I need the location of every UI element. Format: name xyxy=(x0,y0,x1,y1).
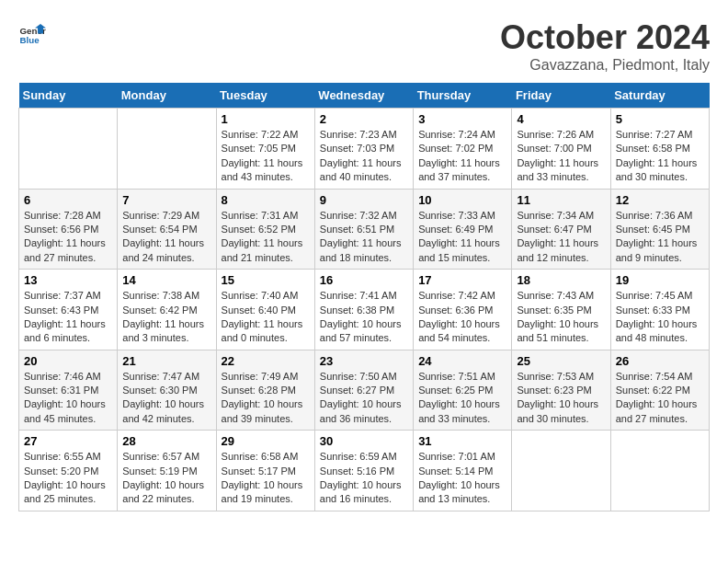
calendar-day-cell xyxy=(610,431,709,511)
calendar-day-cell: 17Sunrise: 7:42 AMSunset: 6:36 PMDayligh… xyxy=(414,270,512,350)
day-number: 12 xyxy=(616,193,704,207)
day-number: 23 xyxy=(320,354,408,368)
day-info: Sunrise: 7:50 AMSunset: 6:27 PMDaylight:… xyxy=(320,370,408,427)
day-info: Sunrise: 7:45 AMSunset: 6:33 PMDaylight:… xyxy=(616,289,704,346)
calendar-week-row: 13Sunrise: 7:37 AMSunset: 6:43 PMDayligh… xyxy=(19,270,710,350)
weekday-header-cell: Wednesday xyxy=(314,83,413,109)
calendar-day-cell: 22Sunrise: 7:49 AMSunset: 6:28 PMDayligh… xyxy=(216,350,314,431)
day-number: 27 xyxy=(24,434,112,448)
day-number: 28 xyxy=(122,434,210,448)
weekday-header-cell: Thursday xyxy=(414,83,512,109)
calendar-day-cell xyxy=(512,431,610,511)
day-info: Sunrise: 7:28 AMSunset: 6:56 PMDaylight:… xyxy=(24,209,112,266)
day-info: Sunrise: 6:55 AMSunset: 5:20 PMDaylight:… xyxy=(24,450,112,507)
day-info: Sunrise: 7:40 AMSunset: 6:40 PMDaylight:… xyxy=(222,289,310,346)
calendar-day-cell: 1Sunrise: 7:22 AMSunset: 7:05 PMDaylight… xyxy=(216,109,314,190)
logo-icon: General Blue xyxy=(18,18,46,46)
day-number: 1 xyxy=(222,112,310,126)
calendar-week-row: 6Sunrise: 7:28 AMSunset: 6:56 PMDaylight… xyxy=(19,189,710,270)
calendar-day-cell: 15Sunrise: 7:40 AMSunset: 6:40 PMDayligh… xyxy=(216,270,314,350)
day-number: 13 xyxy=(24,273,112,287)
weekday-header-cell: Friday xyxy=(512,83,610,109)
day-info: Sunrise: 7:24 AMSunset: 7:02 PMDaylight:… xyxy=(418,128,506,185)
calendar-body: 1Sunrise: 7:22 AMSunset: 7:05 PMDaylight… xyxy=(19,109,710,511)
day-number: 21 xyxy=(122,354,210,368)
calendar-day-cell: 14Sunrise: 7:38 AMSunset: 6:42 PMDayligh… xyxy=(118,270,216,350)
day-number: 7 xyxy=(122,193,210,207)
day-number: 18 xyxy=(517,273,605,287)
calendar-day-cell: 28Sunrise: 6:57 AMSunset: 5:19 PMDayligh… xyxy=(118,431,216,511)
day-number: 31 xyxy=(418,434,506,448)
weekday-header-cell: Saturday xyxy=(610,83,709,109)
calendar-day-cell: 2Sunrise: 7:23 AMSunset: 7:03 PMDaylight… xyxy=(314,109,413,190)
day-info: Sunrise: 7:37 AMSunset: 6:43 PMDaylight:… xyxy=(24,289,112,346)
day-info: Sunrise: 7:41 AMSunset: 6:38 PMDaylight:… xyxy=(320,289,408,346)
day-info: Sunrise: 7:53 AMSunset: 6:23 PMDaylight:… xyxy=(517,370,605,427)
day-number: 17 xyxy=(418,273,506,287)
calendar-day-cell: 23Sunrise: 7:50 AMSunset: 6:27 PMDayligh… xyxy=(314,350,413,431)
day-number: 24 xyxy=(418,354,506,368)
calendar-day-cell: 13Sunrise: 7:37 AMSunset: 6:43 PMDayligh… xyxy=(19,270,118,350)
day-info: Sunrise: 7:47 AMSunset: 6:30 PMDaylight:… xyxy=(122,370,210,427)
logo: General Blue xyxy=(18,18,46,46)
svg-text:Blue: Blue xyxy=(20,35,40,45)
day-number: 20 xyxy=(24,354,112,368)
day-info: Sunrise: 7:54 AMSunset: 6:22 PMDaylight:… xyxy=(616,370,704,427)
day-number: 30 xyxy=(320,434,408,448)
day-number: 5 xyxy=(616,112,704,126)
day-number: 29 xyxy=(222,434,310,448)
day-info: Sunrise: 7:01 AMSunset: 5:14 PMDaylight:… xyxy=(418,450,506,507)
calendar-day-cell xyxy=(19,109,118,190)
day-info: Sunrise: 7:42 AMSunset: 6:36 PMDaylight:… xyxy=(418,289,506,346)
day-info: Sunrise: 7:23 AMSunset: 7:03 PMDaylight:… xyxy=(320,128,408,185)
calendar-day-cell: 18Sunrise: 7:43 AMSunset: 6:35 PMDayligh… xyxy=(512,270,610,350)
day-info: Sunrise: 7:33 AMSunset: 6:49 PMDaylight:… xyxy=(418,209,506,266)
calendar-day-cell: 30Sunrise: 6:59 AMSunset: 5:16 PMDayligh… xyxy=(314,431,413,511)
day-info: Sunrise: 7:38 AMSunset: 6:42 PMDaylight:… xyxy=(122,289,210,346)
calendar-day-cell: 10Sunrise: 7:33 AMSunset: 6:49 PMDayligh… xyxy=(414,189,512,270)
day-number: 9 xyxy=(320,193,408,207)
calendar-day-cell: 12Sunrise: 7:36 AMSunset: 6:45 PMDayligh… xyxy=(610,189,709,270)
day-number: 10 xyxy=(418,193,506,207)
day-number: 25 xyxy=(517,354,605,368)
day-info: Sunrise: 7:51 AMSunset: 6:25 PMDaylight:… xyxy=(418,370,506,427)
page-header: General Blue October 2024 Gavazzana, Pie… xyxy=(18,18,710,74)
day-number: 4 xyxy=(517,112,605,126)
calendar-day-cell: 21Sunrise: 7:47 AMSunset: 6:30 PMDayligh… xyxy=(118,350,216,431)
title-block: October 2024 Gavazzana, Piedmont, Italy xyxy=(500,18,710,74)
calendar-day-cell: 27Sunrise: 6:55 AMSunset: 5:20 PMDayligh… xyxy=(19,431,118,511)
day-info: Sunrise: 6:58 AMSunset: 5:17 PMDaylight:… xyxy=(222,450,310,507)
weekday-header-cell: Sunday xyxy=(19,83,118,109)
calendar-day-cell: 6Sunrise: 7:28 AMSunset: 6:56 PMDaylight… xyxy=(19,189,118,270)
day-info: Sunrise: 7:27 AMSunset: 6:58 PMDaylight:… xyxy=(616,128,704,185)
day-info: Sunrise: 6:57 AMSunset: 5:19 PMDaylight:… xyxy=(122,450,210,507)
day-number: 8 xyxy=(222,193,310,207)
day-info: Sunrise: 7:43 AMSunset: 6:35 PMDaylight:… xyxy=(517,289,605,346)
calendar-day-cell: 9Sunrise: 7:32 AMSunset: 6:51 PMDaylight… xyxy=(314,189,413,270)
day-info: Sunrise: 7:26 AMSunset: 7:00 PMDaylight:… xyxy=(517,128,605,185)
location: Gavazzana, Piedmont, Italy xyxy=(500,57,710,74)
calendar-week-row: 1Sunrise: 7:22 AMSunset: 7:05 PMDaylight… xyxy=(19,109,710,190)
day-info: Sunrise: 7:29 AMSunset: 6:54 PMDaylight:… xyxy=(122,209,210,266)
day-number: 6 xyxy=(24,193,112,207)
calendar-week-row: 27Sunrise: 6:55 AMSunset: 5:20 PMDayligh… xyxy=(19,431,710,511)
calendar-day-cell: 5Sunrise: 7:27 AMSunset: 6:58 PMDaylight… xyxy=(610,109,709,190)
day-number: 26 xyxy=(616,354,704,368)
day-info: Sunrise: 7:49 AMSunset: 6:28 PMDaylight:… xyxy=(222,370,310,427)
weekday-header-row: SundayMondayTuesdayWednesdayThursdayFrid… xyxy=(19,83,710,109)
day-number: 3 xyxy=(418,112,506,126)
day-info: Sunrise: 7:34 AMSunset: 6:47 PMDaylight:… xyxy=(517,209,605,266)
calendar-day-cell: 25Sunrise: 7:53 AMSunset: 6:23 PMDayligh… xyxy=(512,350,610,431)
day-info: Sunrise: 7:36 AMSunset: 6:45 PMDaylight:… xyxy=(616,209,704,266)
day-number: 15 xyxy=(222,273,310,287)
day-info: Sunrise: 7:22 AMSunset: 7:05 PMDaylight:… xyxy=(222,128,310,185)
calendar-day-cell: 29Sunrise: 6:58 AMSunset: 5:17 PMDayligh… xyxy=(216,431,314,511)
day-info: Sunrise: 7:46 AMSunset: 6:31 PMDaylight:… xyxy=(24,370,112,427)
calendar-day-cell: 20Sunrise: 7:46 AMSunset: 6:31 PMDayligh… xyxy=(19,350,118,431)
calendar-day-cell: 3Sunrise: 7:24 AMSunset: 7:02 PMDaylight… xyxy=(414,109,512,190)
day-number: 19 xyxy=(616,273,704,287)
calendar-day-cell: 11Sunrise: 7:34 AMSunset: 6:47 PMDayligh… xyxy=(512,189,610,270)
calendar-day-cell: 8Sunrise: 7:31 AMSunset: 6:52 PMDaylight… xyxy=(216,189,314,270)
calendar-day-cell: 16Sunrise: 7:41 AMSunset: 6:38 PMDayligh… xyxy=(314,270,413,350)
weekday-header-cell: Tuesday xyxy=(216,83,314,109)
